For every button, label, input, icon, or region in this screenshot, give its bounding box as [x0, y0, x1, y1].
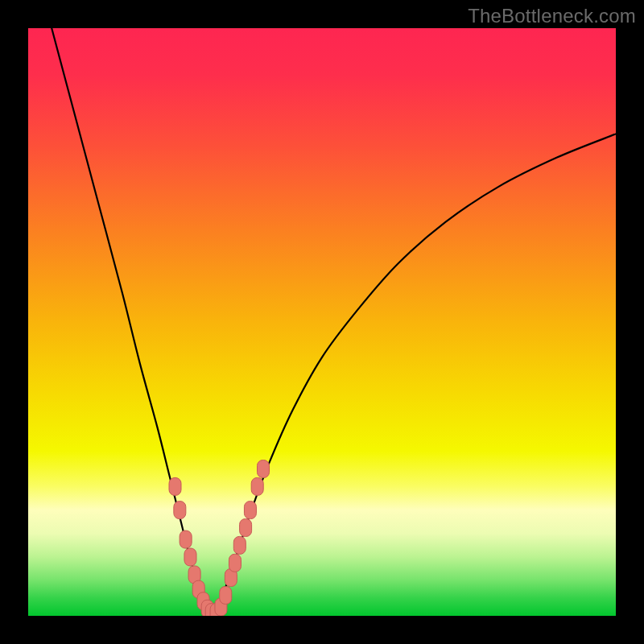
curve-marker — [180, 530, 192, 548]
curve-marker — [258, 460, 270, 478]
chart-frame: TheBottleneck.com — [0, 0, 644, 644]
curve-marker — [169, 477, 181, 495]
curve-marker — [251, 477, 263, 495]
curve-marker — [240, 519, 252, 537]
curve-marker — [184, 548, 196, 566]
chart-svg — [28, 28, 616, 616]
curve-marker — [244, 502, 256, 519]
curve-marker — [229, 554, 241, 572]
curve-marker — [233, 536, 246, 554]
plot-area — [28, 28, 616, 616]
attribution-label: TheBottleneck.com — [468, 5, 636, 27]
curve-marker — [174, 502, 186, 519]
highlighted-points — [169, 460, 270, 617]
curve-marker — [220, 586, 232, 604]
bottleneck-curve — [52, 28, 616, 614]
